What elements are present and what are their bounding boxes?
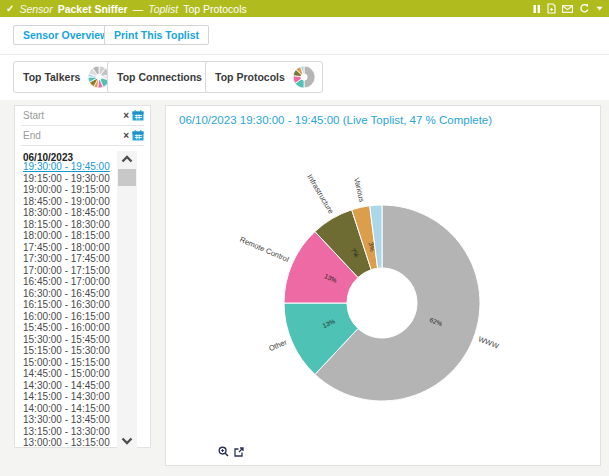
status-check-icon: ✓ [6,3,14,14]
start-date-input[interactable] [21,110,101,121]
toplist-interval[interactable]: 17:00:00 - 17:15:00 [15,265,115,277]
toplist-interval[interactable]: 15:45:00 - 16:00:00 [15,322,115,334]
pause-icon[interactable] [533,4,541,14]
slice-label: WWW [477,334,501,351]
sensor-overview-button[interactable]: Sensor Overview [13,25,118,45]
calendar-icon[interactable] [132,110,144,121]
toplist-name: Top Protocols [183,3,247,15]
interval-list: 19:30:00 - 19:45:0019:15:00 - 19:30:0019… [15,161,115,449]
toplist-interval[interactable]: 15:30:00 - 15:45:00 [15,334,115,346]
end-date-row: × [21,126,144,146]
slice-label: Infrastructure [305,173,335,216]
scrollbar-thumb[interactable] [118,169,136,186]
caret-down-icon[interactable] [596,6,603,11]
interval-sidebar: × × 06/10/2023 19:30:00 - 19:45:0019:15:… [14,105,151,448]
toplist-interval[interactable]: 15:00:00 - 15:15:00 [15,357,115,369]
pie-chart-icon [291,64,317,90]
scroll-up-button[interactable] [117,151,137,167]
slice-label: Various [352,177,366,203]
sensor-label: Sensor [19,3,52,15]
tab-top-protocols[interactable]: Top Protocols [205,61,323,93]
toplist-interval[interactable]: 16:30:00 - 16:45:00 [15,288,115,300]
toplist-interval[interactable]: 18:30:00 - 18:45:00 [15,207,115,219]
toplist-title: 06/10/2023 19:30:00 - 19:45:00 (Live Top… [179,114,492,126]
toplist-interval[interactable]: 14:15:00 - 14:30:00 [15,391,115,403]
toplist-tabs-row: Top Talkers Top Connections Top Protocol… [0,54,609,100]
calendar-icon[interactable] [132,130,144,141]
toplist-interval[interactable]: 19:00:00 - 19:15:00 [15,184,115,196]
toplist-interval[interactable]: 16:15:00 - 16:30:00 [15,299,115,311]
scrollbar[interactable] [117,151,137,449]
toplist-interval[interactable]: 17:45:00 - 18:00:00 [15,242,115,254]
start-date-row: × [21,106,144,126]
chart-footer [218,446,244,457]
toplist-label: Toplist [148,3,178,15]
toplist-interval[interactable]: 13:15:00 - 13:30:00 [15,426,115,438]
toplist-interval[interactable]: 18:00:00 - 18:15:00 [15,230,115,242]
tab-label: Top Connections [117,71,202,83]
toplist-interval[interactable]: 13:00:00 - 13:15:00 [15,437,115,449]
sensor-name: Packet Sniffer [58,3,128,15]
toplist-interval[interactable]: 13:30:00 - 13:45:00 [15,414,115,426]
toplist-interval[interactable]: 18:15:00 - 18:30:00 [15,219,115,231]
toplist-interval[interactable]: 14:00:00 - 14:15:00 [15,403,115,415]
toplist-panel: 06/10/2023 19:30:00 - 19:45:00 (Live Top… [165,105,601,466]
toplist-interval[interactable]: 15:15:00 - 15:30:00 [15,345,115,357]
tab-label: Top Protocols [215,71,285,83]
tab-top-talkers[interactable]: Top Talkers [13,61,118,93]
toplist-interval[interactable]: 14:30:00 - 14:45:00 [15,380,115,392]
toplist-interval[interactable]: 17:30:00 - 17:45:00 [15,253,115,265]
toplist-interval[interactable]: 19:15:00 - 19:30:00 [15,173,115,185]
separator: — [133,3,144,15]
slice-label: Remote Control [238,235,290,264]
report-icon[interactable] [547,3,556,14]
tab-label: Top Talkers [23,71,80,83]
toplist-interval[interactable]: 16:00:00 - 16:15:00 [15,311,115,323]
slice-label: Other [267,337,288,353]
refresh-icon[interactable] [579,3,590,14]
toolbar: Sensor Overview Print This Toplist [0,17,609,54]
zoom-icon[interactable] [218,446,229,457]
toplist-interval[interactable]: 19:30:00 - 19:45:00 [15,161,115,173]
clear-start-icon[interactable]: × [123,111,129,121]
open-external-icon[interactable] [234,447,244,457]
toplist-interval[interactable]: 14:45:00 - 15:00:00 [15,368,115,380]
clear-end-icon[interactable]: × [123,131,129,141]
email-icon[interactable] [562,5,573,13]
print-toplist-button[interactable]: Print This Toplist [104,25,209,45]
toplist-interval[interactable]: 18:45:00 - 19:00:00 [15,196,115,208]
header-bar: ✓ Sensor Packet Sniffer — Toplist Top Pr… [0,0,609,17]
protocol-donut-chart: 62%WWW13%Other13%Remote Control7%Infrast… [166,131,601,461]
end-date-input[interactable] [21,130,101,141]
toplist-interval[interactable]: 16:45:00 - 17:00:00 [15,276,115,288]
scroll-down-button[interactable] [117,433,137,449]
